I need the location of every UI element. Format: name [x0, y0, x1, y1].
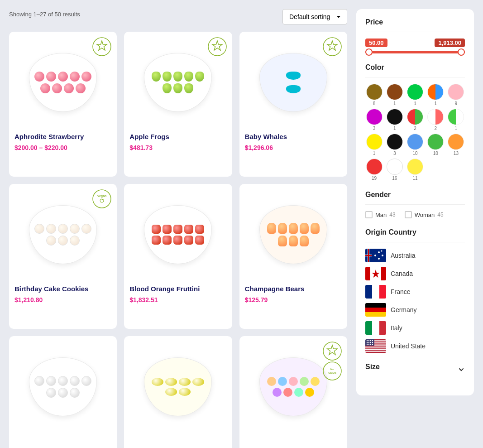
color-item[interactable]: 9 — [447, 84, 465, 106]
gender-woman[interactable]: Woman 45 — [405, 211, 444, 218]
price-title: Price — [365, 18, 465, 26]
product-image — [129, 342, 226, 432]
color-item[interactable]: 3 — [386, 134, 403, 156]
flag-germany — [365, 303, 386, 317]
country-name: United State — [391, 342, 426, 350]
color-circle — [387, 109, 403, 125]
color-item[interactable]: 10 — [427, 134, 445, 156]
price-slider-thumb-left[interactable] — [365, 48, 373, 56]
gender-man-label: Man — [375, 212, 387, 218]
svg-marker-12 — [327, 345, 337, 355]
svg-point-56 — [367, 344, 368, 345]
color-item[interactable]: 1 — [365, 134, 383, 156]
color-circle — [387, 84, 403, 100]
product-price: $125.79 — [245, 296, 342, 303]
color-item[interactable]: 11 — [406, 159, 424, 181]
gender-list: Man 43 Woman 45 — [365, 211, 465, 218]
svg-point-26 — [381, 250, 383, 252]
country-australia[interactable]: Australia — [365, 249, 465, 262]
country-germany[interactable]: Germany — [365, 303, 465, 317]
svg-point-54 — [370, 342, 371, 343]
product-card[interactable]: Champagne Bears $125.79 — [239, 184, 347, 329]
svg-point-13 — [323, 362, 341, 380]
country-name: France — [391, 288, 411, 295]
product-name: Aphrodite Strawberry — [14, 132, 111, 141]
color-item[interactable]: 10 — [406, 134, 424, 156]
color-circle — [448, 84, 464, 100]
color-circle — [387, 134, 403, 150]
product-card[interactable]: Apple Frogs $481.73 — [124, 32, 232, 177]
product-card[interactable]: Blood Orange Fruttini $1,832.51 — [124, 184, 232, 329]
color-item[interactable]: 1 — [427, 84, 445, 106]
color-item[interactable]: 8 — [365, 84, 383, 106]
product-name: Baby Whales — [245, 132, 342, 141]
country-usa[interactable]: United State — [365, 339, 465, 353]
color-circle — [366, 159, 383, 175]
svg-rect-29 — [381, 267, 386, 280]
color-circle — [427, 134, 444, 150]
color-item[interactable]: 1 — [386, 109, 403, 131]
svg-text:Vegan: Vegan — [97, 194, 107, 198]
svg-rect-36 — [365, 312, 386, 317]
color-item[interactable]: 2 — [427, 109, 445, 131]
svg-rect-21 — [368, 249, 369, 262]
svg-point-55 — [372, 342, 373, 343]
color-item[interactable]: 1 — [386, 84, 403, 106]
color-count: 2 — [414, 126, 416, 131]
svg-point-57 — [368, 344, 369, 345]
product-card[interactable] — [9, 336, 117, 448]
color-item[interactable]: 1 — [447, 109, 465, 131]
product-price: $481.73 — [129, 144, 226, 151]
price-section: Price 50.00 1,913.00 — [365, 18, 465, 53]
product-image — [245, 189, 342, 280]
color-count: 19 — [372, 176, 377, 181]
color-item[interactable]: 19 — [365, 159, 383, 181]
color-item[interactable]: 2 — [406, 109, 424, 131]
color-grid: 8 1 1 1 9 — [365, 84, 465, 181]
product-card[interactable]: Vegan — [9, 184, 117, 329]
color-count: 8 — [373, 101, 376, 106]
gender-woman-count: 45 — [437, 212, 443, 218]
product-card[interactable]: Baby Whales $1,296.06 — [239, 32, 347, 177]
price-range[interactable]: 50.00 1,913.00 — [365, 39, 465, 53]
country-canada[interactable]: Canada — [365, 267, 465, 280]
svg-point-8 — [100, 199, 104, 202]
svg-point-25 — [374, 255, 376, 256]
product-name: Birthday Cake Cookies — [14, 284, 111, 294]
color-item[interactable]: 13 — [447, 134, 465, 156]
svg-point-48 — [367, 340, 368, 341]
product-price: $1,832.51 — [129, 296, 226, 303]
color-item[interactable]: 3 — [365, 109, 383, 131]
svg-marker-1 — [97, 41, 107, 50]
price-slider-track[interactable] — [365, 51, 465, 53]
gender-woman-checkbox[interactable] — [405, 211, 412, 218]
product-card[interactable]: No GMOs — [239, 336, 347, 448]
svg-marker-5 — [327, 41, 337, 50]
origin-country-title: Origin Country — [365, 228, 465, 236]
svg-point-52 — [367, 342, 368, 343]
color-item[interactable]: 1 — [406, 84, 424, 106]
size-header[interactable]: Size — [365, 363, 465, 376]
color-section: Color 8 1 1 1 — [365, 63, 465, 181]
color-circle — [448, 109, 464, 125]
country-france[interactable]: France — [365, 285, 465, 299]
price-slider-thumb-right[interactable] — [458, 48, 465, 56]
sorting-select[interactable]: Default sorting — [282, 9, 347, 24]
flag-usa — [365, 339, 386, 353]
svg-point-53 — [368, 342, 369, 343]
color-count: 10 — [433, 151, 438, 156]
gender-man[interactable]: Man 43 — [365, 211, 396, 218]
country-name: Australia — [391, 252, 415, 259]
color-item[interactable]: 16 — [386, 159, 403, 181]
color-count: 16 — [392, 176, 397, 181]
svg-rect-32 — [372, 285, 379, 299]
vegan-badge: Vegan — [91, 188, 112, 211]
gender-man-checkbox[interactable] — [365, 211, 373, 218]
product-card[interactable] — [124, 336, 232, 448]
country-italy[interactable]: Italy — [365, 321, 465, 335]
color-count: 1 — [393, 126, 396, 131]
product-card[interactable]: Aphrodite Strawberry $200.00 – $220.00 — [9, 32, 117, 177]
country-list: Australia Canada — [365, 249, 465, 353]
size-title: Size — [365, 363, 380, 371]
color-circle — [427, 109, 444, 125]
